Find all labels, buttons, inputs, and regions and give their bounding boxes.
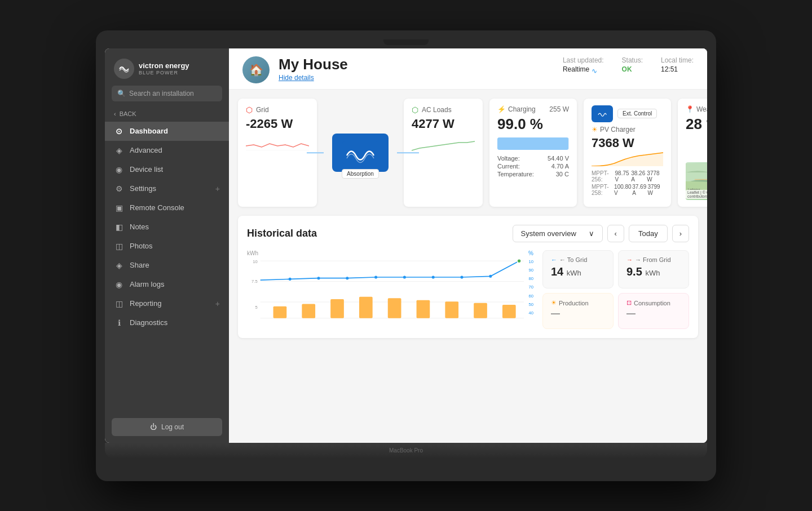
status-group: Status: OK: [622, 56, 643, 73]
logout-icon: ⏻: [150, 423, 157, 431]
charging-label: Charging: [508, 105, 536, 113]
sidebar-item-reporting[interactable]: ◫ Reporting +: [105, 294, 229, 313]
charging-icon: ⚡: [497, 105, 506, 113]
charging-progress-bar: [497, 137, 568, 150]
svg-point-37: [317, 277, 320, 279]
historical-body: kWh % 10 7.5 5 100 90: [247, 250, 689, 329]
settings-expand-icon[interactable]: +: [215, 184, 220, 193]
system-overview-dropdown[interactable]: System overview ∨: [513, 225, 603, 242]
logo-brand-name: victron energy: [139, 61, 189, 70]
search-installation-input[interactable]: 🔍 Search an installation: [112, 86, 222, 101]
sidebar-item-label: Reporting: [130, 299, 161, 308]
sidebar-item-remote-console[interactable]: ▣ Remote Console: [105, 198, 229, 217]
next-period-button[interactable]: ›: [672, 225, 689, 242]
historical-chart-area: kWh % 10 7.5 5 100 90: [247, 250, 533, 329]
absorption-badge: Absorption: [342, 169, 379, 179]
last-updated-group: Last updated: Realtime: [563, 56, 604, 73]
svg-text:5: 5: [255, 305, 257, 310]
sidebar-item-label: Share: [130, 261, 149, 269]
to-grid-value: 14 kWh: [551, 265, 605, 278]
sidebar-item-share[interactable]: ◈ Share: [105, 256, 229, 275]
header-title-area: My House Hide details: [279, 56, 554, 83]
svg-rect-3: [342, 141, 378, 164]
back-label: BACK: [120, 110, 136, 117]
back-button[interactable]: ‹ BACK: [105, 108, 229, 122]
status-value: OK: [622, 65, 643, 73]
sidebar-item-dashboard[interactable]: ⊙ Dashboard: [105, 122, 229, 141]
inverter-box: Absorption: [332, 134, 389, 172]
sidebar-item-alarm-logs[interactable]: ◉ Alarm logs: [105, 275, 229, 294]
logout-button[interactable]: ⏻ Log out: [112, 418, 222, 436]
historical-chart: kWh % 10 7.5 5 100 90: [247, 250, 533, 329]
realtime-indicator: [592, 67, 599, 72]
avatar-image: 🏠: [242, 56, 270, 83]
photos-icon: ◫: [114, 242, 124, 251]
advanced-icon: ◈: [114, 146, 124, 155]
sidebar-item-settings[interactable]: ⚙ Settings +: [105, 179, 229, 198]
sidebar-item-label: Advanced: [130, 146, 162, 154]
ac-loads-icon: ⬡: [412, 105, 418, 114]
sidebar: victron energy BLUE POWER 🔍 Search an in…: [105, 48, 229, 443]
sidebar-item-label: Diagnostics: [130, 318, 167, 327]
local-time-label: Local time:: [661, 56, 694, 64]
share-icon: ◈: [114, 261, 124, 270]
reporting-icon: ◫: [114, 299, 124, 308]
svg-rect-51: [445, 301, 458, 318]
sidebar-item-notes[interactable]: ◧ Notes: [105, 217, 229, 237]
charging-current-row: Current: 4.70 A: [497, 162, 569, 170]
last-updated-value: Realtime: [563, 65, 604, 73]
historical-title: Historical data: [247, 228, 513, 239]
svg-rect-52: [474, 303, 487, 318]
pv-charger-icon: ☀: [592, 126, 598, 134]
charging-watts: 255 W: [549, 105, 569, 113]
mppt2-current: 37.69 A: [632, 184, 647, 196]
charging-header: ⚡ Charging 255 W: [497, 105, 569, 113]
svg-text:60: 60: [529, 294, 533, 299]
temperature-value: 30 C: [556, 171, 569, 177]
svg-text:50: 50: [529, 302, 533, 307]
dashboard-icon: ⊙: [114, 127, 124, 136]
sidebar-item-advanced[interactable]: ◈ Advanced: [105, 141, 229, 160]
svg-rect-47: [330, 299, 344, 318]
consumption-value: —: [626, 309, 681, 319]
reporting-expand-icon[interactable]: +: [215, 299, 220, 308]
charging-temperature-row: Temperature: 30 C: [497, 170, 569, 178]
consumption-label: ⊡ Consumption: [626, 299, 681, 306]
svg-text:70: 70: [529, 285, 533, 290]
pv-charger-chart: [592, 150, 663, 166]
svg-point-40: [403, 276, 406, 278]
chart-y-label-right: %: [528, 250, 533, 256]
prev-period-button[interactable]: ‹: [607, 225, 624, 242]
sidebar-item-label: Settings: [130, 184, 156, 193]
sidebar-item-photos[interactable]: ◫ Photos: [105, 237, 229, 256]
historical-header: Historical data System overview ∨ ‹ Toda…: [247, 225, 689, 242]
ac-loads-header: ⬡ AC Loads: [412, 105, 475, 114]
local-time-value: 12:51: [661, 65, 694, 73]
sidebar-item-label: Photos: [130, 242, 152, 250]
mppt2-voltage: 100.80 V: [614, 184, 632, 196]
sidebar-item-diagnostics[interactable]: ℹ Diagnostics: [105, 313, 229, 332]
historical-data-section: Historical data System overview ∨ ‹ Toda…: [238, 216, 698, 338]
sidebar-item-device-list[interactable]: ◉ Device list: [105, 160, 229, 179]
today-button[interactable]: Today: [629, 225, 668, 242]
production-label: ☀ Production: [551, 299, 605, 306]
ac-loads-label: AC Loads: [422, 106, 452, 114]
svg-rect-45: [273, 306, 287, 318]
svg-point-36: [289, 278, 292, 281]
svg-rect-17: [695, 179, 707, 180]
svg-text:40: 40: [529, 310, 533, 316]
from-grid-label: → → From Grid: [626, 256, 681, 263]
grid-header: ⬡ Grid: [246, 105, 309, 114]
pv-charger-label: PV Charger: [600, 126, 636, 134]
svg-point-41: [432, 276, 435, 278]
local-time-group: Local time: 12:51: [661, 56, 694, 73]
hide-details-link[interactable]: Hide details: [279, 74, 314, 82]
laptop-bottom-bar: MacBook Pro: [105, 443, 707, 459]
mppt1-power: 3778 W: [647, 170, 663, 183]
dropdown-label: System overview: [521, 229, 576, 238]
mppt1-current: 38.26 A: [631, 170, 647, 183]
production-value: —: [551, 309, 605, 319]
ac-loads-value: 4277 W: [412, 117, 475, 131]
svg-text:10: 10: [253, 259, 257, 264]
installation-avatar: 🏠: [242, 56, 270, 83]
